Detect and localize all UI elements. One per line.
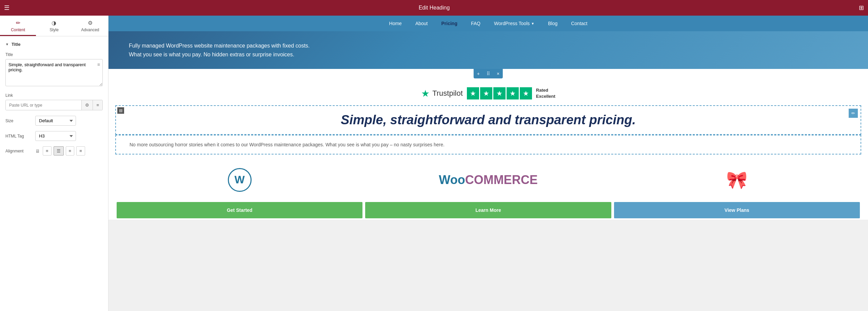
trustpilot-name: Trustpilot xyxy=(432,89,463,98)
hero-line1: Fully managed WordPress website maintena… xyxy=(129,41,848,50)
nav-arrow-icon: ▼ xyxy=(531,22,534,25)
sidebar-content: ▼ Title Title Simple, straightforward an… xyxy=(0,36,108,311)
woo-text: Woo xyxy=(439,173,465,187)
wordpress-logo: W xyxy=(115,165,364,195)
align-right-button[interactable]: ≡ xyxy=(66,146,75,156)
size-select[interactable]: Default Small Medium Large xyxy=(35,116,76,126)
widget-close-button[interactable]: × xyxy=(493,69,503,78)
nav-item-home[interactable]: Home xyxy=(389,21,402,26)
navbar: Home About Pricing FAQ WordPress Tools ▼… xyxy=(108,16,868,31)
heading-text: Simple, straightforward and transparent … xyxy=(116,106,861,134)
tab-advanced[interactable]: ⚙ Advanced xyxy=(72,16,108,36)
trustpilot-rated: Rated Excellent xyxy=(536,87,555,99)
tab-advanced-label: Advanced xyxy=(81,28,99,32)
trustpilot-section: ★ Trustpilot ★ ★ ★ ★ ★ Rated Excellent xyxy=(108,79,868,105)
content-icon: ✏ xyxy=(16,20,20,26)
link-form-group: Link ⚙ ≡ xyxy=(5,93,103,110)
textarea-dynamic-icon[interactable]: ≡ xyxy=(97,62,100,67)
page-content: + ⠿ × ★ Trustpilot ★ ★ ★ ★ ★ xyxy=(108,69,868,220)
nav-item-about[interactable]: About xyxy=(415,21,428,26)
html-tag-form-group: HTML Tag H1 H2 H3 H4 H5 H6 xyxy=(5,131,103,141)
tab-content[interactable]: ✏ Content xyxy=(0,16,36,36)
hero-section: Fully managed WordPress website maintena… xyxy=(108,31,868,69)
size-label: Size xyxy=(5,118,33,123)
section-arrow-icon: ▼ xyxy=(5,42,9,46)
edit-pencil-button[interactable]: ✏ xyxy=(849,109,858,118)
widget-toolbar-container: + ⠿ × xyxy=(108,69,868,79)
woocommerce-logo: WooCOMMERCE xyxy=(364,169,612,190)
section-title: Title xyxy=(12,42,21,47)
sidebar: ✏ Content ◑ Style ⚙ Advanced ▼ Title Tit… xyxy=(0,16,108,311)
ribbon-icon: 🎀 xyxy=(726,170,747,190)
tab-style[interactable]: ◑ Style xyxy=(36,16,72,36)
logos-section: W WooCOMMERCE 🎀 xyxy=(108,154,868,195)
hamburger-icon[interactable]: ☰ xyxy=(4,4,9,12)
align-center-button[interactable]: ☰ xyxy=(54,146,64,156)
link-input-wrapper: ⚙ ≡ xyxy=(5,100,103,110)
size-select-wrapper: Size Default Small Medium Large xyxy=(5,116,103,126)
btn-3[interactable]: View Plans xyxy=(614,202,860,218)
tp-star-4: ★ xyxy=(507,87,519,99)
align-left-button[interactable]: ≡ xyxy=(43,146,52,156)
tp-star-5: ★ xyxy=(520,87,532,99)
sidebar-tabs: ✏ Content ◑ Style ⚙ Advanced xyxy=(0,16,108,36)
alignment-buttons: ≡ ☰ ≡ ≡ xyxy=(43,146,85,156)
html-tag-select[interactable]: H1 H2 H3 H4 H5 H6 xyxy=(35,131,76,141)
trustpilot-logo: ★ Trustpilot xyxy=(421,88,463,99)
block-icon: ▤ xyxy=(117,107,124,114)
trustpilot-rated-label: Rated xyxy=(536,87,555,93)
description-section: No more outsourcing horror stories when … xyxy=(115,135,861,154)
trustpilot-excellent-label: Excellent xyxy=(536,93,555,99)
widget-toolbar: + ⠿ × xyxy=(474,69,503,78)
grid-icon[interactable]: ⊞ xyxy=(859,4,864,12)
buttons-section: Get Started Learn More View Plans xyxy=(108,195,868,220)
widget-move-button[interactable]: ⠿ xyxy=(483,69,493,78)
top-bar-title: Edit Heading xyxy=(9,5,859,11)
title-form-group: Title Simple, straightforward and transp… xyxy=(5,52,103,88)
hero-line2: What you see is what you pay. No hidden … xyxy=(129,50,848,59)
trustpilot-stars: ★ ★ ★ ★ ★ xyxy=(467,87,532,99)
top-bar: ☰ Edit Heading ⊞ xyxy=(0,0,868,16)
alignment-label: Alignment xyxy=(5,149,33,153)
link-label: Link xyxy=(5,93,103,98)
title-section-header: ▼ Title xyxy=(5,42,103,47)
advanced-icon: ⚙ xyxy=(88,20,93,26)
btn-1[interactable]: Get Started xyxy=(117,202,362,218)
content-area: Home About Pricing FAQ WordPress Tools ▼… xyxy=(108,16,868,311)
woo-logo-text: WooCOMMERCE xyxy=(439,173,537,187)
nav-item-contact[interactable]: Contact xyxy=(571,21,587,26)
tab-content-label: Content xyxy=(11,28,25,32)
monitor-icon: 🖥 xyxy=(35,148,40,154)
title-label: Title xyxy=(5,52,103,57)
link-input[interactable] xyxy=(6,100,81,110)
widget-add-button[interactable]: + xyxy=(474,69,483,78)
style-icon: ◑ xyxy=(52,20,56,26)
html-tag-label: HTML Tag xyxy=(5,134,33,139)
btn-2[interactable]: Learn More xyxy=(365,202,611,218)
title-textarea[interactable]: Simple, straightforward and transparent … xyxy=(5,59,103,86)
nav-item-blog[interactable]: Blog xyxy=(548,21,557,26)
nav-item-pricing[interactable]: Pricing xyxy=(441,21,457,26)
description-text: No more outsourcing horror stories when … xyxy=(130,141,847,148)
link-settings-button[interactable]: ⚙ xyxy=(81,100,93,110)
tp-star-3: ★ xyxy=(493,87,506,99)
nav-item-faq[interactable]: FAQ xyxy=(471,21,480,26)
heading-section: ▤ Simple, straightforward and transparen… xyxy=(115,105,861,135)
alignment-wrapper: Alignment 🖥 ≡ ☰ ≡ ≡ xyxy=(5,146,103,156)
tab-style-label: Style xyxy=(50,28,59,32)
tp-star-2: ★ xyxy=(480,87,492,99)
html-tag-select-wrapper: HTML Tag H1 H2 H3 H4 H5 H6 xyxy=(5,131,103,141)
ribbon-logo: 🎀 xyxy=(613,167,861,193)
size-form-group: Size Default Small Medium Large xyxy=(5,116,103,126)
nav-item-wordpress-tools[interactable]: WordPress Tools ▼ xyxy=(494,21,534,26)
tp-star-1: ★ xyxy=(467,87,479,99)
main-layout: ✏ Content ◑ Style ⚙ Advanced ▼ Title Tit… xyxy=(0,16,868,311)
link-list-button[interactable]: ≡ xyxy=(93,100,102,110)
title-textarea-wrapper: Simple, straightforward and transparent … xyxy=(5,59,103,88)
wp-logo-icon: W xyxy=(228,168,252,192)
align-justify-button[interactable]: ≡ xyxy=(76,146,85,156)
trustpilot-star-icon: ★ xyxy=(421,88,430,99)
alignment-form-group: Alignment 🖥 ≡ ☰ ≡ ≡ xyxy=(5,146,103,156)
